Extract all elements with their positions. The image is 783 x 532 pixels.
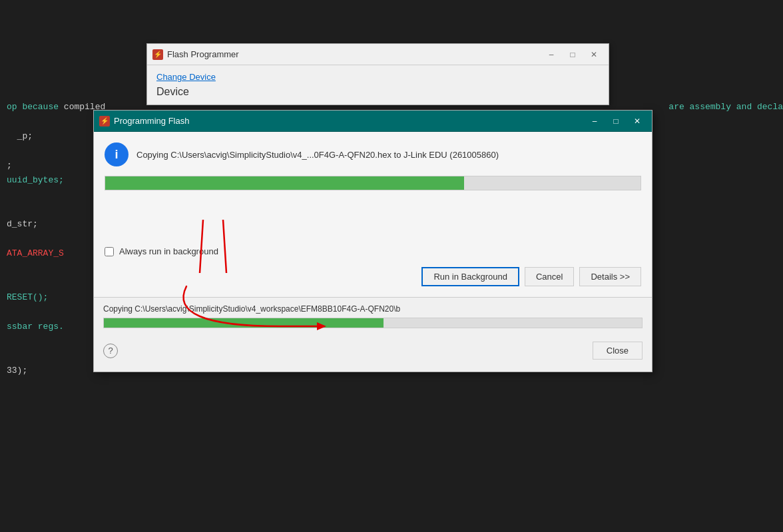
always-run-background-checkbox[interactable]: [105, 247, 114, 256]
maximize-button-dialog[interactable]: □: [607, 115, 625, 128]
progress-bar: [105, 176, 641, 190]
details-button[interactable]: Details >>: [579, 267, 641, 286]
run-in-background-button[interactable]: Run in Background: [421, 267, 519, 286]
checkbox-row: Always run in background: [94, 241, 652, 267]
bottom-progress-bar: [103, 318, 643, 328]
window-controls-dialog: – □ ✕: [585, 115, 647, 128]
flash-programmer-window: ⚡ Flash Programmer – □ ✕ Change Device D…: [146, 43, 609, 105]
close-bottom-button[interactable]: Close: [593, 342, 643, 360]
progress-fill: [105, 176, 464, 190]
minimize-button-dialog[interactable]: –: [585, 115, 604, 128]
bottom-progress-fill: [104, 318, 384, 328]
programming-flash-title: Programming Flash: [114, 116, 585, 126]
bottom-section: Copying C:\Users\acvig\SimplicityStudio\…: [94, 298, 652, 372]
bottom-button-row: ? Close: [103, 336, 643, 365]
programming-flash-dialog: ⚡ Programming Flash – □ ✕ i Copying C:\U…: [93, 110, 652, 372]
change-device-link[interactable]: Change Device: [156, 72, 216, 82]
flash-programmer-title: Flash Programmer: [167, 49, 542, 59]
flash-programmer-titlebar: ⚡ Flash Programmer – □ ✕: [147, 44, 609, 65]
info-icon: i: [105, 142, 129, 166]
window-controls: – □ ✕: [542, 48, 603, 61]
minimize-button[interactable]: –: [542, 48, 561, 61]
info-row: i Copying C:\Users\acvig\SimplicityStudi…: [94, 132, 652, 173]
maximize-button[interactable]: □: [563, 48, 582, 61]
device-label: Device: [156, 86, 599, 98]
dialog-spacer: [94, 201, 652, 241]
checkbox-label: Always run in background: [119, 246, 218, 256]
info-message: Copying C:\Users\acvig\SimplicityStudio\…: [136, 150, 641, 160]
help-icon[interactable]: ?: [103, 344, 118, 358]
flash-programmer-content: Change Device Device: [147, 65, 609, 105]
button-row: Run in Background Cancel Details >>: [94, 267, 652, 297]
programming-flash-icon: ⚡: [99, 116, 110, 127]
bottom-copy-text: Copying C:\Users\acvig\SimplicityStudio\…: [103, 304, 643, 314]
cancel-button[interactable]: Cancel: [525, 267, 574, 286]
close-button[interactable]: ✕: [585, 48, 603, 61]
programming-flash-titlebar: ⚡ Programming Flash – □ ✕: [94, 111, 652, 132]
flash-programmer-icon: ⚡: [152, 49, 163, 60]
close-button-dialog[interactable]: ✕: [628, 115, 647, 128]
